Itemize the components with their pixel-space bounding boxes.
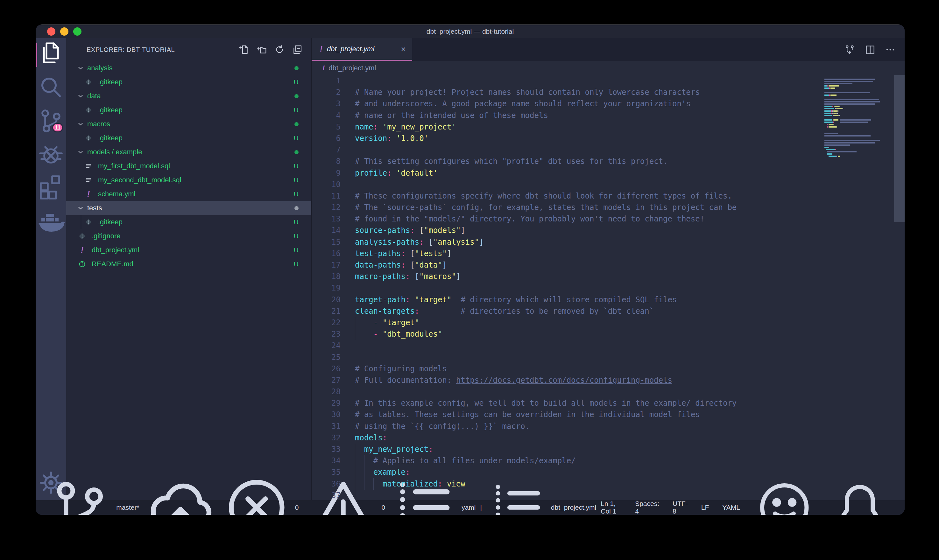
code-line[interactable]: 12# The `source-paths` config, for examp… [312,202,905,213]
new-folder-icon[interactable] [257,45,267,55]
git-status-badge: U [294,260,299,268]
code-line[interactable]: 23 - "dbt_modules" [312,328,905,340]
tree-item-label: my_first_dbt_model.sql [66,162,170,170]
code-line[interactable]: 13# found in the "models/" directory. Yo… [312,213,905,225]
tree-file-readme-md[interactable]: README.mdU [66,257,311,271]
code-line[interactable]: 32models: [312,432,905,443]
tree-file--gitkeep[interactable]: .gitkeepU [66,103,311,117]
tree-folder-macros[interactable]: macros [66,117,311,131]
close-window-button[interactable] [47,28,55,35]
code-line[interactable]: 9profile: 'default' [312,168,905,179]
code-line[interactable]: 8# This setting configures which "profil… [312,155,905,167]
minimap-line [824,78,894,80]
git-status-dot [294,94,299,98]
encoding-setting[interactable]: UTF-8 [668,500,692,515]
tree-folder-analysis[interactable]: analysis [66,61,311,75]
tab-close-icon[interactable]: × [401,44,406,54]
code-text: source-paths: ["models"] [355,225,465,236]
split-editor-icon[interactable] [865,44,875,55]
minimap-line [824,133,894,135]
activity-item-extensions[interactable] [35,171,66,204]
tree-file-my-second-dbt-model-sql[interactable]: my_second_dbt_model.sqlU [66,173,311,187]
line-number: 34 [312,455,340,466]
tree-file--gitkeep[interactable]: .gitkeepU [66,215,311,229]
code-line[interactable]: 11# These configurations specify where d… [312,190,905,202]
git-status-badge: U [294,218,299,226]
code-line[interactable]: 5name: 'my_new_project' [312,121,905,133]
tree-file--gitkeep[interactable]: .gitkeepU [66,131,311,145]
code-line[interactable]: 14source-paths: ["models"] [312,225,905,236]
editor-scrollbar[interactable] [894,75,905,222]
code-editor[interactable]: 12# Name your project! Project names sho… [312,75,905,500]
tab-dbt-project-yml[interactable]: ! dbt_project.yml × [312,38,412,61]
code-line[interactable]: 15analysis-paths: ["analysis"] [312,236,905,248]
more-actions-icon[interactable] [885,44,896,55]
code-line[interactable]: 28 [312,386,905,397]
code-line[interactable]: 2# Name your project! Project names shou… [312,86,905,98]
code-line[interactable]: 27# Full documentation: https://docs.get… [312,374,905,386]
minimap-line [824,144,894,146]
language-mode[interactable]: YAML [718,504,745,511]
cursor-position[interactable]: Ln 1, Col 1 [596,500,626,515]
activity-item-search[interactable] [35,71,66,105]
code-line[interactable]: 1 [312,75,905,86]
tree-folder-data[interactable]: data [66,89,311,103]
code-line[interactable]: 33 my_new_project: [312,443,905,455]
code-line[interactable]: 4# name or the intended use of these mod… [312,110,905,121]
indentation-setting[interactable]: Spaces: 4 [631,500,663,515]
code-line[interactable]: 37 [312,490,905,500]
minimap-line [824,153,894,155]
code-line[interactable]: 6version: '1.0.0' [312,133,905,144]
code-line[interactable]: 10 [312,179,905,190]
vscode-window: dbt_project.yml — dbt-tutorial 11 EXPLOR… [35,25,905,515]
line-number: 17 [312,259,340,271]
code-line[interactable]: 20target-path: "target" # directory whic… [312,294,905,305]
code-line[interactable]: 3# and underscores. A good package name … [312,98,905,109]
line-number: 4 [312,110,340,121]
activity-item-explorer[interactable] [35,38,66,71]
eol-setting[interactable]: LF [697,504,714,511]
open-changes-icon[interactable] [844,44,855,55]
activity-item-source-control[interactable]: 11 [35,105,66,137]
code-line[interactable]: 24 [312,340,905,351]
new-file-icon[interactable] [239,45,249,55]
code-line[interactable]: 22 - "target" [312,317,905,328]
code-line[interactable]: 7 [312,144,905,155]
code-line[interactable]: 35 example: [312,466,905,478]
code-line[interactable]: 16test-paths: ["tests"] [312,248,905,259]
minimap-line [824,108,894,110]
tree-file--gitignore[interactable]: .gitignoreU [66,229,311,243]
code-line[interactable]: 29# In this example config, we tell dbt … [312,397,905,409]
collapse-folders-icon[interactable] [292,45,302,55]
breadcrumb[interactable]: ! dbt_project.yml [312,61,905,75]
refresh-explorer-icon[interactable] [274,45,285,55]
line-number: 5 [312,121,340,133]
code-line[interactable]: 19 [312,282,905,294]
minimap-line [824,87,894,89]
tree-folder-tests[interactable]: tests [66,201,311,215]
code-line[interactable]: 34 # Applies to all files under models/e… [312,455,905,466]
minimize-window-button[interactable] [60,28,68,35]
activity-item-docker[interactable] [35,204,66,237]
activity-item-debug[interactable] [35,137,66,171]
code-line[interactable]: 21clean-targets: # directories to be rem… [312,305,905,317]
code-line[interactable]: 18macro-paths: ["macros"] [312,271,905,282]
line-number: 14 [312,225,340,236]
zoom-window-button[interactable] [73,28,82,35]
code-line[interactable]: 36 materialized: view [312,478,905,490]
code-line[interactable]: 25 [312,352,905,363]
code-line[interactable]: 30# as tables. These settings can be ove… [312,409,905,420]
minimap-line [824,80,894,82]
code-line[interactable]: 17data-paths: ["data"] [312,259,905,271]
minimap-line [824,103,894,105]
code-line[interactable]: 31# using the `{{ config(...) }}` macro. [312,421,905,432]
tree-file-schema-yml[interactable]: !schema.ymlU [66,187,311,201]
tree-file--gitkeep[interactable]: .gitkeepU [66,75,311,89]
tree-file-dbt-project-yml[interactable]: !dbt_project.ymlU [66,243,311,257]
tree-file-my-first-dbt-model-sql[interactable]: my_first_dbt_model.sqlU [66,159,311,173]
minimap[interactable] [824,76,894,160]
breadcrumb-file[interactable]: dbt_project.yml [328,64,376,72]
code-line[interactable]: 26# Configuring models [312,363,905,374]
tree-folder-models-example[interactable]: models / example [66,145,311,159]
code-text: # as tables. These settings can be overr… [355,409,700,420]
